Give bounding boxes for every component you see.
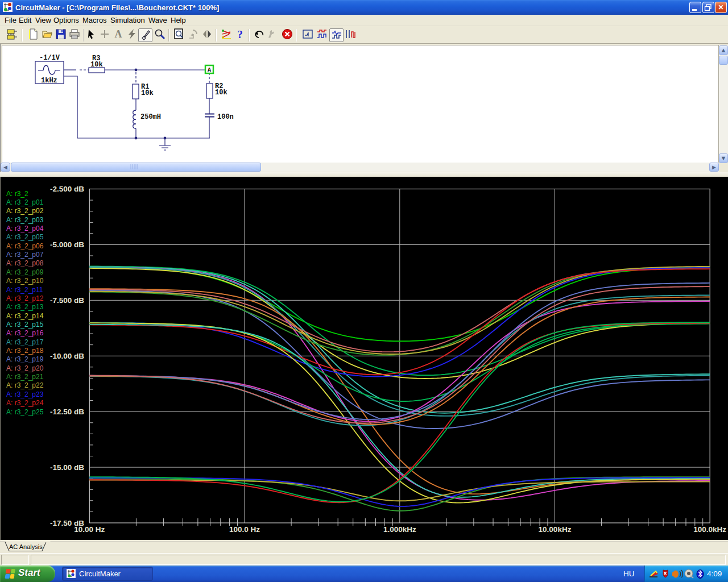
- svg-text:-2.500 dB: -2.500 dB: [50, 185, 84, 193]
- svg-text:100.0kHz: 100.0kHz: [693, 525, 726, 534]
- svg-text:A: r3_2_p17: A: r3_2_p17: [6, 338, 44, 346]
- svg-text:10k: 10k: [215, 89, 228, 97]
- svg-text:1.000kHz: 1.000kHz: [383, 525, 416, 534]
- svg-text:10k: 10k: [90, 61, 103, 69]
- svg-text:A: r3_2_p25: A: r3_2_p25: [6, 408, 44, 416]
- svg-text:A: r3_2_p21: A: r3_2_p21: [6, 373, 44, 381]
- svg-text:A: r3_2_p04: A: r3_2_p04: [6, 225, 44, 232]
- svg-text:-5.000 dB: -5.000 dB: [50, 240, 84, 249]
- svg-text:10k: 10k: [141, 89, 154, 97]
- svg-text:A: r3_2_p20: A: r3_2_p20: [6, 364, 44, 372]
- svg-text:A: r3_2_p15: A: r3_2_p15: [6, 321, 44, 329]
- svg-text:-1/1V: -1/1V: [39, 54, 60, 62]
- svg-text:A: A: [208, 67, 211, 73]
- svg-text:A: r3_2_p01: A: r3_2_p01: [6, 198, 44, 206]
- svg-text:A: r3_2: A: r3_2: [6, 190, 28, 198]
- svg-text:A: r3_2_p02: A: r3_2_p02: [6, 207, 44, 215]
- svg-text:A: r3_2_p19: A: r3_2_p19: [6, 355, 44, 363]
- svg-text:100n: 100n: [217, 113, 234, 121]
- svg-text:10.00 Hz: 10.00 Hz: [74, 525, 105, 534]
- svg-text:250mH: 250mH: [140, 113, 161, 121]
- svg-text:A: A: [115, 28, 122, 40]
- svg-text:A: r3_2_p09: A: r3_2_p09: [6, 268, 44, 276]
- svg-text:A: r3_2_p22: A: r3_2_p22: [6, 381, 44, 389]
- svg-text:-7.500 dB: -7.500 dB: [50, 296, 84, 305]
- svg-text:A: r3_2_p13: A: r3_2_p13: [6, 303, 44, 311]
- svg-text:A: r3_2_p11: A: r3_2_p11: [6, 286, 43, 294]
- svg-text:A: r3_2_p23: A: r3_2_p23: [6, 390, 44, 398]
- svg-text:A: r3_2_p07: A: r3_2_p07: [6, 251, 44, 259]
- svg-text:A: r3_2_p06: A: r3_2_p06: [6, 242, 44, 250]
- svg-text:A: r3_2_p18: A: r3_2_p18: [6, 347, 44, 355]
- svg-text:A: r3_2_p24: A: r3_2_p24: [6, 399, 44, 407]
- svg-text:?: ?: [237, 28, 243, 40]
- svg-text:A: r3_2_p05: A: r3_2_p05: [6, 233, 44, 241]
- svg-text:-12.50 dB: -12.50 dB: [50, 408, 84, 416]
- svg-text:10.00kHz: 10.00kHz: [539, 525, 572, 534]
- svg-text:A: r3_2_p10: A: r3_2_p10: [6, 277, 44, 285]
- svg-text:A: r3_2_p12: A: r3_2_p12: [6, 294, 44, 302]
- svg-text:-15.00 dB: -15.00 dB: [50, 463, 84, 472]
- svg-text:A: r3_2_p14: A: r3_2_p14: [6, 312, 44, 320]
- svg-text:AC Analysis: AC Analysis: [9, 543, 43, 550]
- svg-text:-10.00 dB: -10.00 dB: [50, 352, 84, 360]
- svg-text:1kHz: 1kHz: [41, 77, 57, 85]
- svg-text:100.0 Hz: 100.0 Hz: [229, 525, 260, 534]
- svg-text:A: r3_2_p03: A: r3_2_p03: [6, 216, 44, 224]
- svg-text:A: r3_2_p16: A: r3_2_p16: [6, 329, 44, 337]
- svg-text:A: r3_2_p08: A: r3_2_p08: [6, 259, 44, 267]
